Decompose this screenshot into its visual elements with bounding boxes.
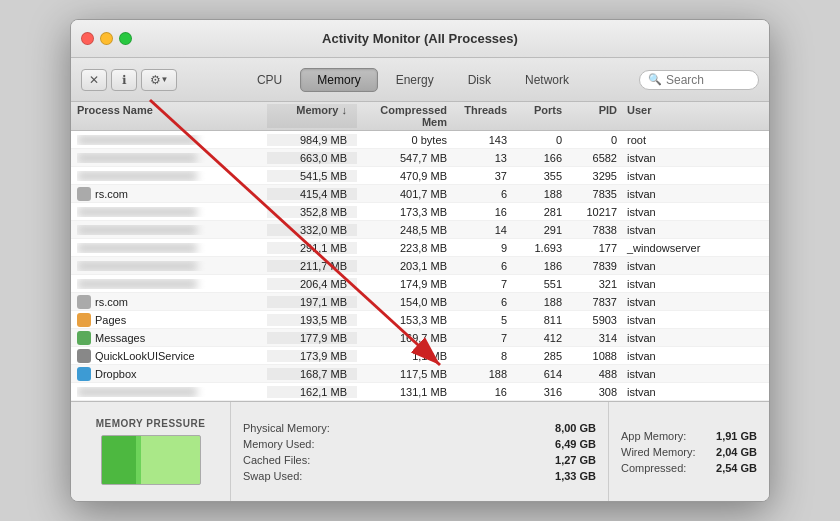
- process-icon: [77, 349, 91, 363]
- gear-button[interactable]: ⚙ ▼: [141, 69, 177, 91]
- compressed-value: 153,3 MB: [357, 314, 457, 326]
- compressed-value: 401,7 MB: [357, 188, 457, 200]
- table-row[interactable]: 663,0 MB 547,7 MB 13 166 6582 istvan: [71, 149, 769, 167]
- memory-stats-section: Physical Memory: 8,00 GBMemory Used: 6,4…: [231, 402, 609, 501]
- table-row[interactable]: rs.com 415,4 MB 401,7 MB 6 188 7835 istv…: [71, 185, 769, 203]
- process-icon: [77, 295, 91, 309]
- process-name: Dropbox: [95, 368, 137, 380]
- pid-value: 308: [572, 386, 627, 398]
- table-row[interactable]: Pages 193,5 MB 153,3 MB 5 811 5903 istva…: [71, 311, 769, 329]
- stat-label: Physical Memory:: [243, 422, 330, 434]
- blurred-process: [77, 135, 197, 145]
- tab-disk[interactable]: Disk: [452, 69, 507, 91]
- user-value: root: [627, 134, 707, 146]
- threads-value: 9: [457, 242, 517, 254]
- process-icon: [77, 313, 91, 327]
- search-box[interactable]: 🔍: [639, 70, 759, 90]
- col-header-process[interactable]: Process Name: [77, 104, 267, 128]
- col-header-ports[interactable]: Ports: [517, 104, 572, 128]
- memory-value: 211,7 MB: [267, 260, 357, 272]
- threads-value: 8: [457, 350, 517, 362]
- ports-value: 281: [517, 206, 572, 218]
- memory-pressure-section: MEMORY PRESSURE: [71, 402, 231, 501]
- threads-value: 6: [457, 296, 517, 308]
- pid-value: 7837: [572, 296, 627, 308]
- table-row[interactable]: QuickLookUIService 173,9 MB 1,1 MB 8 285…: [71, 347, 769, 365]
- threads-value: 16: [457, 386, 517, 398]
- memory-value: 291,1 MB: [267, 242, 357, 254]
- threads-value: 188: [457, 368, 517, 380]
- compressed-value: 173,3 MB: [357, 206, 457, 218]
- threads-value: 37: [457, 170, 517, 182]
- table-row[interactable]: 332,0 MB 248,5 MB 14 291 7838 istvan: [71, 221, 769, 239]
- col-header-memory[interactable]: Memory ↓: [267, 104, 357, 128]
- pid-value: 177: [572, 242, 627, 254]
- threads-value: 16: [457, 206, 517, 218]
- memory-value: 206,4 MB: [267, 278, 357, 290]
- threads-value: 6: [457, 260, 517, 272]
- col-header-user[interactable]: User: [627, 104, 707, 128]
- pid-value: 7839: [572, 260, 627, 272]
- compressed-value: 0 bytes: [357, 134, 457, 146]
- tab-energy[interactable]: Energy: [380, 69, 450, 91]
- stat-label: Cached Files:: [243, 454, 310, 466]
- memory-value: 168,7 MB: [267, 368, 357, 380]
- table-row[interactable]: 162,1 MB 131,1 MB 16 316 308 istvan: [71, 383, 769, 401]
- memory-detail-row: Compressed: 2,54 GB: [621, 462, 757, 474]
- memory-detail-row: Wired Memory: 2,04 GB: [621, 446, 757, 458]
- table-row[interactable]: rs.com 197,1 MB 154,0 MB 6 188 7837 istv…: [71, 293, 769, 311]
- col-header-compressed[interactable]: Compressed Mem: [357, 104, 457, 128]
- tab-cpu[interactable]: CPU: [241, 69, 298, 91]
- table-row[interactable]: 206,4 MB 174,9 MB 7 551 321 istvan: [71, 275, 769, 293]
- user-value: istvan: [627, 188, 707, 200]
- compressed-value: 169,7 MB: [357, 332, 457, 344]
- tab-network[interactable]: Network: [509, 69, 585, 91]
- table-row[interactable]: Dropbox 168,7 MB 117,5 MB 188 614 488 is…: [71, 365, 769, 383]
- process-name: Messages: [95, 332, 145, 344]
- compressed-value: 174,9 MB: [357, 278, 457, 290]
- window-controls: [81, 32, 132, 45]
- process-name: Pages: [95, 314, 126, 326]
- stop-button[interactable]: ✕: [81, 69, 107, 91]
- table-row[interactable]: Messages 177,9 MB 169,7 MB 7 412 314 ist…: [71, 329, 769, 347]
- activity-monitor-window: Activity Monitor (All Processes) ✕ ℹ ⚙ ▼…: [70, 19, 770, 502]
- col-header-pid[interactable]: PID: [572, 104, 627, 128]
- memory-value: 173,9 MB: [267, 350, 357, 362]
- table-row[interactable]: 984,9 MB 0 bytes 143 0 0 root: [71, 131, 769, 149]
- pid-value: 5903: [572, 314, 627, 326]
- blurred-process: [77, 261, 197, 271]
- memory-stat-row: Cached Files: 1,27 GB: [243, 454, 596, 466]
- detail-value: 1,91 GB: [716, 430, 757, 442]
- maximize-button[interactable]: [119, 32, 132, 45]
- memory-value: 177,9 MB: [267, 332, 357, 344]
- user-value: istvan: [627, 278, 707, 290]
- info-icon: ℹ: [122, 73, 127, 87]
- user-value: istvan: [627, 332, 707, 344]
- threads-value: 5: [457, 314, 517, 326]
- ports-value: 0: [517, 134, 572, 146]
- memory-detail-row: App Memory: 1,91 GB: [621, 430, 757, 442]
- table-row[interactable]: 211,7 MB 203,1 MB 6 186 7839 istvan: [71, 257, 769, 275]
- memory-value: 984,9 MB: [267, 134, 357, 146]
- compressed-value: 131,1 MB: [357, 386, 457, 398]
- user-value: istvan: [627, 296, 707, 308]
- close-button[interactable]: [81, 32, 94, 45]
- table-row[interactable]: 541,5 MB 470,9 MB 37 355 3295 istvan: [71, 167, 769, 185]
- user-value: istvan: [627, 206, 707, 218]
- tab-bar: CPU Memory Energy Disk Network: [195, 68, 631, 92]
- table-row[interactable]: 291,1 MB 223,8 MB 9 1.693 177 _windowser…: [71, 239, 769, 257]
- pid-value: 6582: [572, 152, 627, 164]
- user-value: istvan: [627, 368, 707, 380]
- search-input[interactable]: [666, 73, 756, 87]
- minimize-button[interactable]: [100, 32, 113, 45]
- process-icon: [77, 367, 91, 381]
- process-icon: [77, 187, 91, 201]
- table-row[interactable]: 352,8 MB 173,3 MB 16 281 10217 istvan: [71, 203, 769, 221]
- tab-memory[interactable]: Memory: [300, 68, 377, 92]
- threads-value: 7: [457, 332, 517, 344]
- memory-value: 415,4 MB: [267, 188, 357, 200]
- info-button[interactable]: ℹ: [111, 69, 137, 91]
- col-header-threads[interactable]: Threads: [457, 104, 517, 128]
- stat-label: Memory Used:: [243, 438, 315, 450]
- stat-label: Swap Used:: [243, 470, 302, 482]
